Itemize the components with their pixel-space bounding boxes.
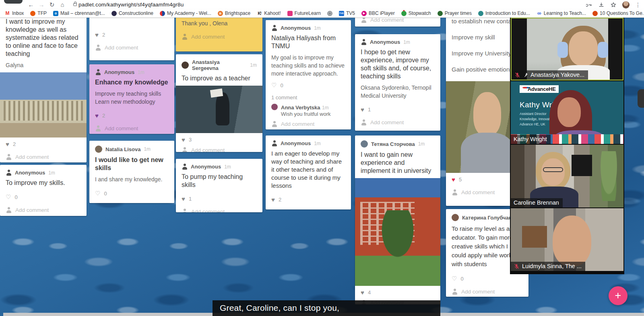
like-button[interactable]: 1 (176, 192, 262, 205)
post-title: Nataliya Haliyash from TNMU (271, 34, 345, 50)
comment: Anna Verbytska 1m Wish you fruitful work (266, 101, 351, 118)
like-button[interactable]: 2 (0, 137, 87, 151)
slide-line: Advance HE, UK (520, 122, 545, 126)
heart-icon (361, 289, 364, 296)
add-comment-button[interactable]: Add comment (0, 204, 87, 216)
photo-campus-building[interactable] (355, 178, 440, 286)
heart-icon (271, 196, 275, 203)
like-button[interactable]: 0 (89, 187, 174, 200)
bookmark-kahoot[interactable]: K!Kahoot! (254, 10, 283, 17)
plant (599, 151, 619, 201)
person-icon (6, 207, 12, 213)
like-button[interactable]: 4 (355, 286, 440, 299)
reload-icon[interactable]: ↻ (47, 1, 57, 9)
add-comment-button[interactable]: Add comment (0, 151, 87, 162)
stopwatch-icon (401, 11, 407, 16)
add-comment-button[interactable]: Add comment (355, 116, 440, 129)
bookmark-tfp[interactable]: TFP (28, 10, 49, 17)
person-icon (95, 45, 101, 51)
slide-line: Assistant Director (520, 112, 547, 116)
key-icon[interactable] (586, 2, 592, 8)
add-comment-button[interactable]: Add comment (89, 200, 174, 203)
like-button[interactable]: 0 (266, 81, 351, 92)
add-post-fab[interactable]: + (609, 286, 627, 305)
add-comment-button[interactable]: Add comment (89, 41, 174, 54)
bookmark-intro-edu[interactable]: Introduction to Edu... (476, 10, 533, 17)
tfp-icon (30, 11, 35, 16)
video-tile-caroline[interactable]: Caroline Brennan (511, 145, 623, 207)
bookmark-bbc-iplayer[interactable]: ▶BBC iPlayer (359, 10, 397, 17)
slide-line: Knowledge, Innovatio (520, 117, 552, 121)
add-comment-button[interactable]: Add comment (355, 18, 440, 26)
forward-icon[interactable]: → (36, 1, 47, 9)
video-tile-anastasiya[interactable]: Anastasiya Yakove... (511, 18, 623, 80)
bookmark-my-academy[interactable]: My Academy - Wel... (157, 10, 214, 17)
heart-outline-icon (271, 82, 277, 89)
download-icon[interactable] (598, 2, 605, 8)
person-icon (182, 209, 188, 212)
like-button[interactable]: 0 (0, 190, 87, 204)
bookmark-star-icon[interactable] (610, 2, 617, 8)
profile-avatar[interactable] (622, 1, 630, 8)
screen: ← → ↻ ⌂ padlet.com/kathywright/sf4yqfaam… (0, 0, 644, 316)
bookmark-tv5[interactable]: TVETV5 (336, 10, 357, 17)
photo-university-building[interactable] (0, 72, 87, 137)
anonymous-avatar-icon (95, 69, 101, 75)
bookmark-learning-teach[interactable]: coLearning to Teach... (534, 10, 588, 17)
anonymous-avatar-icon (6, 170, 12, 176)
panel-collapse-handle[interactable] (638, 89, 644, 108)
post-card: Anonymous1m I am eager to develop my way… (266, 135, 351, 209)
caption-bar: Great, Caroline, can I stop you, (213, 300, 440, 316)
browser-tab[interactable] (4, 0, 23, 4)
post-card: Anonymous1m To improve my skills. 0 Add … (0, 165, 87, 216)
post-title: To pump my teaching skills (182, 173, 257, 189)
video-call-panel: Anastasiya Yakove... AdvanceHE Kathy Wri… (510, 17, 624, 274)
add-comment-button[interactable]: Add comment (89, 122, 174, 134)
bookmark-10-questions[interactable]: 10 Questions To Ge... (590, 10, 644, 17)
add-comment-button[interactable]: Add comment (176, 205, 262, 212)
url-bar[interactable]: padlet.com/kathywright/sf4yqfaamfm4gr8u (78, 2, 184, 8)
like-button[interactable]: 3 (176, 133, 262, 146)
person-icon (361, 18, 367, 23)
heart-red-icon (452, 176, 455, 183)
menu-kebab-icon[interactable]: ⋮ (635, 2, 641, 8)
video-tile-kathy[interactable]: AdvanceHE Kathy Wright Assistant Directo… (511, 81, 623, 144)
commenter-avatar (271, 104, 278, 110)
learning-teach-icon: co (537, 11, 542, 16)
bookmark-stopwatch[interactable]: Stopwatch (399, 10, 433, 17)
bookmark-brightspace[interactable]: BBrightspace (215, 10, 253, 17)
anonymous-avatar-icon (361, 39, 367, 45)
comment-count[interactable]: 1 comment (266, 92, 351, 101)
participant-label: Anastasiya Yakove... (512, 70, 588, 80)
comment-text: Thank you , Olena (176, 19, 262, 27)
bookmark-inbox[interactable]: MInbox (2, 10, 26, 17)
post-card: Тетяна Сторчова1m I want to gain new exp… (355, 135, 440, 304)
add-comment-button[interactable]: Add comment (266, 118, 351, 129)
heart-icon (6, 141, 9, 148)
bookmark-constructionline[interactable]: Constructionline (109, 10, 156, 17)
bookmark-prayer-times[interactable]: Prayer times (435, 10, 474, 17)
video-tile-luidmyla[interactable]: Luidmyla Sinna, The ... (511, 208, 623, 271)
back-icon[interactable]: ← (26, 1, 36, 9)
like-button[interactable]: 2 (266, 193, 351, 206)
prayer-times-icon (438, 11, 443, 16)
like-button[interactable]: 1 (355, 103, 440, 116)
photo-teacher[interactable] (176, 86, 262, 133)
post-body: Improve my teaching skills (95, 90, 169, 98)
add-comment-button[interactable]: Add comment (176, 146, 262, 152)
bookmark-futurelearn[interactable]: FutureLearn (285, 10, 323, 17)
person-icon (452, 289, 458, 295)
like-button[interactable]: 2 (89, 28, 174, 41)
my-academy-icon (160, 11, 165, 16)
browser-chrome: ← → ↻ ⌂ padlet.com/kathywright/sf4yqfaam… (0, 0, 644, 18)
add-comment-button[interactable]: Add comment (266, 206, 351, 209)
heart-icon (95, 31, 99, 38)
like-button[interactable]: 2 (89, 109, 174, 122)
add-comment-button[interactable]: Add comment (176, 31, 262, 43)
bookmark-globe[interactable] (325, 10, 335, 17)
bbc-iplayer-icon: ▶ (361, 11, 367, 16)
home-icon[interactable]: ⌂ (57, 1, 68, 9)
add-comment-button[interactable]: Add comment (446, 285, 528, 297)
bookmark-mail[interactable]: oMail – cbrennan@t... (51, 10, 107, 17)
https-lock-icon (73, 3, 77, 6)
